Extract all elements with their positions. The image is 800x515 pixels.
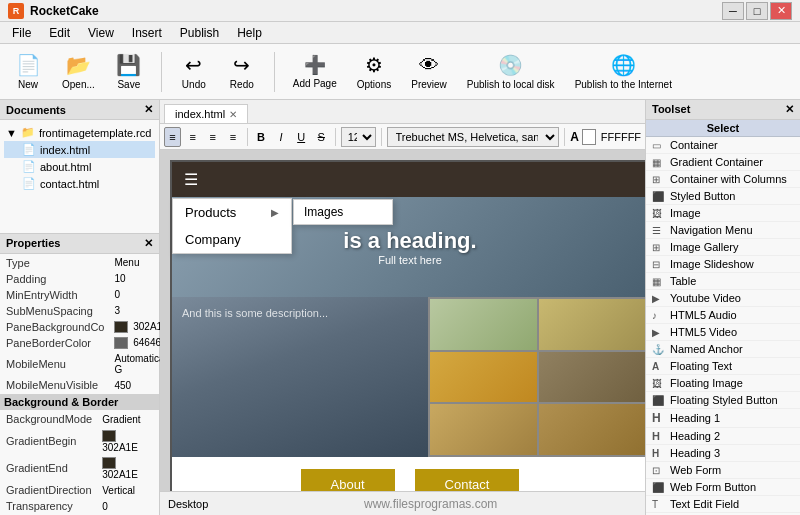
tool-table[interactable]: ▦ Table	[646, 273, 800, 290]
format-align-center[interactable]: ≡	[184, 127, 201, 147]
add-page-button[interactable]: ➕ Add Page	[287, 50, 343, 93]
undo-label: Undo	[182, 79, 206, 90]
prop-key-bg4: Transparency	[2, 499, 96, 513]
nav-menu-icon: ☰	[652, 225, 666, 236]
tool-image[interactable]: 🖼 Image	[646, 205, 800, 222]
doc-item-index[interactable]: 📄 index.html	[4, 141, 155, 158]
tool-container-columns[interactable]: ⊞ Container with Columns	[646, 171, 800, 188]
prop-key-4: PaneBorderColor	[2, 336, 108, 350]
format-underline[interactable]: U	[293, 127, 310, 147]
tool-youtube[interactable]: ▶ Youtube Video	[646, 290, 800, 307]
nav-hamburger-icon[interactable]: ☰	[184, 170, 198, 189]
open-button[interactable]: 📂 Open...	[56, 49, 101, 94]
doc-item-contact[interactable]: 📄 contact.html	[4, 175, 155, 192]
doc-group-icon: 📁	[21, 126, 35, 139]
image-gallery-icon: ⊞	[652, 242, 666, 253]
website-canvas[interactable]: ☰ Products ▶ Images Company	[160, 150, 645, 491]
format-strikethrough[interactable]: S	[313, 127, 330, 147]
tool-heading3[interactable]: H Heading 3	[646, 445, 800, 462]
tool-youtube-label: Youtube Video	[670, 292, 741, 304]
tool-image-gallery[interactable]: ⊞ Image Gallery	[646, 239, 800, 256]
tool-text-field[interactable]: T Text Edit Field	[646, 496, 800, 513]
doc-group-header[interactable]: ▼ 📁 frontimagetemplate.rcd	[4, 124, 155, 141]
format-align-justify[interactable]: ≡	[224, 127, 241, 147]
tool-gradient-container[interactable]: ▦ Gradient Container	[646, 154, 800, 171]
tool-floating-button[interactable]: ⬛ Floating Styled Button	[646, 392, 800, 409]
tool-heading2[interactable]: H Heading 2	[646, 428, 800, 445]
menu-edit[interactable]: Edit	[41, 24, 78, 42]
save-button[interactable]: 💾 Save	[109, 49, 149, 94]
minimize-button[interactable]: ─	[722, 2, 744, 20]
menu-file[interactable]: File	[4, 24, 39, 42]
maximize-button[interactable]: □	[746, 2, 768, 20]
menu-view[interactable]: View	[80, 24, 122, 42]
properties-close[interactable]: ✕	[144, 237, 153, 250]
doc-item-about[interactable]: 📄 about.html	[4, 158, 155, 175]
format-align-left[interactable]: ≡	[164, 127, 181, 147]
documents-close[interactable]: ✕	[144, 103, 153, 116]
font-family-select[interactable]: Trebuchet MS, Helvetica, sans-serif	[387, 127, 560, 147]
options-button[interactable]: ⚙ Options	[351, 49, 397, 94]
publish-disk-button[interactable]: 💿 Publish to local disk	[461, 49, 561, 94]
menu-publish[interactable]: Publish	[172, 24, 227, 42]
text-color-indicator[interactable]	[582, 129, 596, 145]
menu-help[interactable]: Help	[229, 24, 270, 42]
prop-row-mobilemenuvisl: MobileMenuVisible 450	[2, 378, 178, 392]
toolset-section-select: Select	[646, 120, 800, 137]
paneborder-swatch[interactable]	[114, 337, 128, 349]
tool-heading1[interactable]: H Heading 1	[646, 409, 800, 428]
tool-named-anchor[interactable]: ⚓ Named Anchor	[646, 341, 800, 358]
publish-internet-button[interactable]: 🌐 Publish to the Internet	[569, 49, 678, 94]
font-size-select[interactable]: 12 14 16	[341, 127, 376, 147]
prop-key-3: PaneBackgroundCo	[2, 320, 108, 334]
redo-button[interactable]: ↪ Redo	[222, 49, 262, 94]
preview-button[interactable]: 👁 Preview	[405, 50, 453, 94]
tab-close-icon[interactable]: ✕	[229, 109, 237, 120]
gradend-swatch[interactable]	[102, 457, 116, 469]
tool-textfield-label: Text Edit Field	[670, 498, 739, 510]
tool-styled-button[interactable]: ⬛ Styled Button	[646, 188, 800, 205]
properties-table: Type Menu Padding 10 MinEntryWidth 0 Sub…	[0, 254, 180, 395]
tab-index[interactable]: index.html ✕	[164, 104, 248, 123]
menu-insert[interactable]: Insert	[124, 24, 170, 42]
tool-floating-image[interactable]: 🖼 Floating Image	[646, 375, 800, 392]
tool-html5-audio[interactable]: ♪ HTML5 Audio	[646, 307, 800, 324]
toolset-close[interactable]: ✕	[785, 103, 794, 116]
toolbar: 📄 New 📂 Open... 💾 Save ↩ Undo ↪ Redo ➕ A…	[0, 44, 800, 100]
options-icon: ⚙	[365, 53, 383, 77]
left-panel: Documents ✕ ▼ 📁 frontimagetemplate.rcd 📄…	[0, 100, 160, 515]
video-icon: ▶	[652, 327, 666, 338]
tool-web-form[interactable]: ⊡ Web Form	[646, 462, 800, 479]
doc-group: ▼ 📁 frontimagetemplate.rcd 📄 index.html …	[4, 124, 155, 192]
prop-val-bg3: Vertical	[98, 483, 157, 497]
tool-image-slideshow[interactable]: ⊟ Image Slideshow	[646, 256, 800, 273]
tool-container[interactable]: ▭ Container	[646, 137, 800, 154]
save-icon: 💾	[116, 53, 141, 77]
undo-button[interactable]: ↩ Undo	[174, 49, 214, 94]
prop-key-6: MobileMenuVisible	[2, 378, 108, 392]
new-button[interactable]: 📄 New	[8, 49, 48, 94]
add-page-icon: ➕	[304, 54, 326, 76]
bg-section-header: Background & Border	[0, 394, 159, 410]
options-label: Options	[357, 79, 391, 90]
tool-html5-video[interactable]: ▶ HTML5 Video	[646, 324, 800, 341]
tool-form-button[interactable]: ⬛ Web Form Button	[646, 479, 800, 496]
prop-val-bg2: 302A1E	[98, 456, 157, 481]
about-button[interactable]: About	[301, 469, 395, 491]
add-page-label: Add Page	[293, 78, 337, 89]
panebg-swatch[interactable]	[114, 321, 128, 333]
tool-nav-menu[interactable]: ☰ Navigation Menu	[646, 222, 800, 239]
redo-icon: ↪	[233, 53, 250, 77]
nav-submenu-images[interactable]: Images	[294, 200, 392, 224]
tool-floating-text[interactable]: A Floating Text	[646, 358, 800, 375]
publish-disk-icon: 💿	[498, 53, 523, 77]
format-italic[interactable]: I	[272, 127, 289, 147]
contact-button[interactable]: Contact	[415, 469, 520, 491]
format-align-right[interactable]: ≡	[204, 127, 221, 147]
nav-menu-company[interactable]: Company	[173, 226, 291, 253]
format-bold[interactable]: B	[252, 127, 269, 147]
nav-menu-products[interactable]: Products ▶ Images	[173, 199, 291, 226]
gradbegin-swatch[interactable]	[102, 430, 116, 442]
audio-icon: ♪	[652, 310, 666, 321]
close-button[interactable]: ✕	[770, 2, 792, 20]
